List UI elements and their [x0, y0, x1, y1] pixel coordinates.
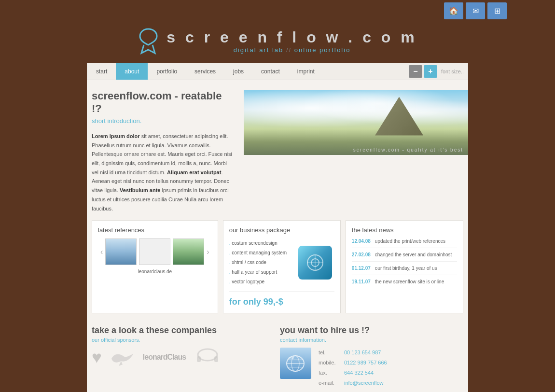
svg-rect-5 [197, 356, 201, 362]
references-title: latest references [98, 226, 212, 234]
carousel-screens [105, 238, 204, 265]
hero-image-bg [244, 90, 468, 155]
nav-jobs[interactable]: jobs [224, 63, 252, 80]
grid-icon-btn[interactable]: ⊞ [487, 2, 507, 19]
nav-about[interactable]: about [116, 63, 148, 80]
sponsor-logo-1: ♥ [92, 348, 102, 367]
news-date-4: 19.11.07 [352, 279, 371, 284]
sponsor-heart-icon: ♥ [92, 348, 102, 367]
hero-text: screenflow.com - reatable !? short intro… [87, 90, 244, 213]
mobile-label: mobile. [319, 358, 340, 368]
news-title: the latest news [352, 226, 457, 234]
biz-item-5: vector logotype [229, 277, 292, 287]
main-content: screenflow.com - reatable !? short intro… [87, 80, 468, 392]
ribbon-logo-icon [138, 27, 159, 56]
news-text-4: the new screenflow site is online [375, 279, 444, 284]
tel-value: 00 123 654 987 [344, 348, 381, 358]
tel-label: tel. [319, 348, 340, 358]
hero-clouds [244, 90, 468, 136]
sponsor-bird-icon [109, 349, 136, 366]
business-package-icon [298, 246, 332, 280]
mobile-value: 0122 989 757 666 [344, 358, 387, 368]
sponsors-section: take a look a these companies our offici… [92, 325, 275, 388]
nav-portfolio[interactable]: portfolio [148, 63, 186, 80]
news-item-1: 12.04.08 updated the print/web reference… [352, 238, 457, 248]
hire-section: you want to hire us !? contact informati… [280, 325, 463, 388]
tagline-sep: // [286, 46, 294, 54]
nav-start[interactable]: start [87, 63, 116, 80]
font-size-label: font size.. [439, 69, 464, 74]
screen-thumb-2 [139, 238, 170, 265]
biz-item-4: half a year of support [229, 267, 292, 277]
contact-fax-row: fax. 644 322 544 [319, 368, 387, 378]
refs-carousel: ‹ › [98, 238, 212, 265]
mail-icon-btn[interactable]: ✉ [466, 2, 485, 19]
hire-sub: contact information. [280, 337, 463, 343]
business-box: our business package costum screendesign… [223, 220, 341, 313]
business-divider [229, 292, 334, 292]
nav-items: start about portfolio services jobs cont… [87, 63, 405, 80]
thumb-bg-1 [106, 239, 136, 265]
site-tagline: digital art lab // online portfolio [166, 46, 417, 54]
three-column-section: latest references ‹ › [87, 213, 468, 321]
hero-section: screenflow.com - reatable !? short intro… [87, 80, 468, 213]
email-value: info@screenflow [344, 378, 383, 388]
references-box: latest references ‹ › [92, 220, 218, 313]
ref-label: leonardclaus.de [98, 269, 212, 274]
sponsor-logo-2 [109, 349, 136, 366]
sponsors-sub: our official sponsors. [92, 337, 275, 343]
hero-body-intro: Lorem ipsum dolor [92, 133, 140, 139]
business-title: our business package [229, 226, 334, 234]
sponsors-hire-section: take a look a these companies our offici… [87, 321, 468, 392]
nav-imprint[interactable]: imprint [289, 63, 323, 80]
hero-bold1: Aliquam erat volutpat [167, 169, 221, 175]
mail-globe-icon: mail [285, 354, 306, 373]
font-increase-button[interactable]: + [424, 65, 437, 78]
news-box: the latest news 12.04.08 updated the pri… [346, 220, 463, 313]
contact-box: mail tel. 00 123 654 987 mobile. 0122 98… [280, 348, 463, 388]
carousel-next[interactable]: › [204, 248, 211, 256]
news-item-3: 01.12.07 our first birthday, 1 year of u… [352, 266, 457, 275]
home-icon-btn[interactable]: 🏠 [444, 2, 463, 19]
header: s c r e e n f l o w . c o m digital art … [138, 22, 417, 63]
contact-mobile-row: mobile. 0122 989 757 666 [319, 358, 387, 368]
biz-item-3: xhtml / css code [229, 258, 292, 267]
carousel-prev[interactable]: ‹ [98, 248, 105, 256]
font-decrease-button[interactable]: − [409, 65, 422, 78]
sponsor-logo-3: leonardClaus [143, 353, 186, 362]
business-icon-wrap [296, 238, 334, 287]
contact-tel-row: tel. 00 123 654 987 [319, 348, 387, 358]
contact-details: tel. 00 123 654 987 mobile. 0122 989 757… [319, 348, 387, 388]
news-text-3: our first birthday, 1 year of us [375, 266, 437, 271]
sponsor-headphones-icon [193, 348, 222, 367]
nav-contact[interactable]: contact [252, 63, 289, 80]
business-price: for only 99,-$ [229, 297, 334, 307]
svg-text:mail: mail [289, 356, 294, 359]
sponsors-heading: take a look a these companies [92, 325, 275, 336]
news-date-1: 12.04.08 [352, 238, 371, 244]
biz-item-2: content managing system [229, 248, 292, 258]
hero-title: screenflow.com - reatable !? [92, 90, 234, 115]
news-date-2: 27.02.08 [352, 252, 371, 257]
tagline-part2: online portfolio [294, 46, 351, 54]
news-item-4: 19.11.07 the new screenflow site is onli… [352, 279, 457, 288]
news-date-3: 01.12.07 [352, 266, 371, 271]
navigation: start about portfolio services jobs cont… [87, 63, 468, 80]
hero-caption: screenflow.com - quality at it's best [353, 147, 463, 153]
font-controls: − + font size.. [405, 65, 468, 78]
hire-heading: you want to hire us !? [280, 325, 463, 336]
hero-subtitle: short introduction. [92, 117, 234, 125]
biz-item-1: costum screendesign [229, 238, 292, 248]
screen-thumb-3 [173, 238, 204, 265]
thumb-bg-2 [139, 239, 170, 265]
thumb-bg-3 [173, 239, 204, 265]
email-label: e-mail. [319, 378, 340, 388]
nav-services[interactable]: services [186, 63, 224, 80]
hero-body: Lorem ipsum dolor sit amet, consectetuer… [92, 132, 234, 213]
sponsor-logo-4 [193, 348, 222, 367]
fax-label: fax. [319, 368, 340, 378]
news-item-2: 27.02.08 changed the server and domainho… [352, 252, 457, 262]
business-list: costum screendesign content managing sys… [229, 238, 292, 287]
mail-icon-box: mail [280, 348, 311, 379]
screen-thumb-1 [105, 238, 137, 265]
